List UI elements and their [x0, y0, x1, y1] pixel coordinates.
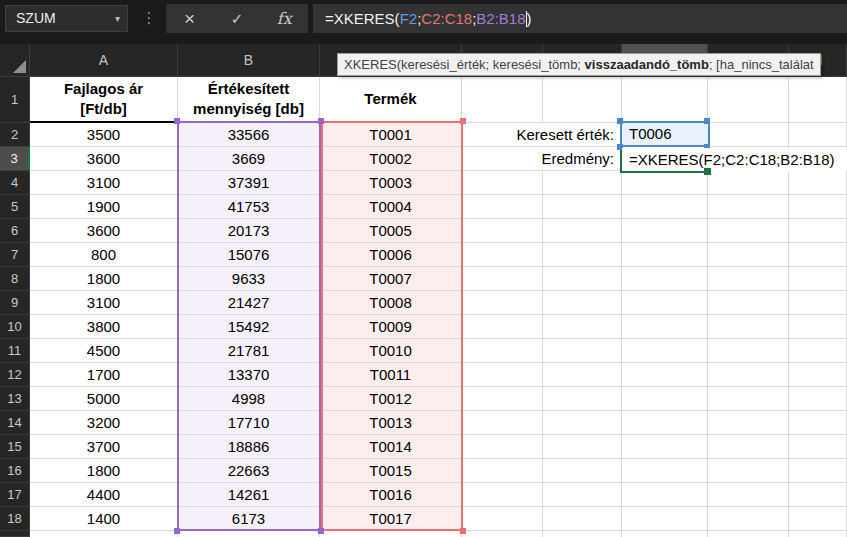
cell-G18[interactable] — [708, 507, 789, 531]
cell-E6[interactable] — [543, 219, 622, 243]
cell-B12[interactable]: 13370 — [178, 363, 320, 387]
cell-G17[interactable] — [708, 483, 789, 507]
row-header-8[interactable]: 8 — [0, 267, 30, 291]
cell-D1[interactable] — [462, 77, 543, 123]
row-header-3[interactable]: 3 — [0, 147, 30, 171]
row-header-12[interactable]: 12 — [0, 363, 30, 387]
cell-H14[interactable] — [789, 411, 847, 435]
cell-F11[interactable] — [622, 339, 708, 363]
cell-F9[interactable] — [622, 291, 708, 315]
cell-F8[interactable] — [622, 267, 708, 291]
cell-H2[interactable] — [789, 123, 847, 147]
row-header-13[interactable]: 13 — [0, 387, 30, 411]
cell-A16[interactable]: 1800 — [30, 459, 178, 483]
cell-C16[interactable]: T0015 — [320, 459, 462, 483]
cell-F1[interactable] — [622, 77, 708, 123]
cell-F12[interactable] — [622, 363, 708, 387]
cell-H17[interactable] — [789, 483, 847, 507]
cell-C10[interactable]: T0009 — [320, 315, 462, 339]
cell-G4[interactable] — [708, 171, 789, 195]
cell-F7[interactable] — [622, 243, 708, 267]
cell-B14[interactable]: 17710 — [178, 411, 320, 435]
cell-G8[interactable] — [708, 267, 789, 291]
cell-H12[interactable] — [789, 363, 847, 387]
column-header-A[interactable]: A — [30, 44, 178, 77]
cell-D19[interactable] — [462, 531, 543, 537]
cell-F5[interactable] — [622, 195, 708, 219]
cell-C18[interactable]: T0017 — [320, 507, 462, 531]
cell-E14[interactable] — [543, 411, 622, 435]
cell-G6[interactable] — [708, 219, 789, 243]
cell-H7[interactable] — [789, 243, 847, 267]
cell-H13[interactable] — [789, 387, 847, 411]
cell-F14[interactable] — [622, 411, 708, 435]
cell-G15[interactable] — [708, 435, 789, 459]
cell-G14[interactable] — [708, 411, 789, 435]
cell-A5[interactable]: 1900 — [30, 195, 178, 219]
cell-D12[interactable] — [462, 363, 543, 387]
cell-C19[interactable] — [320, 531, 462, 537]
cell-C4[interactable]: T0003 — [320, 171, 462, 195]
cell-G10[interactable] — [708, 315, 789, 339]
cell-A19[interactable] — [30, 531, 178, 537]
cell-A13[interactable]: 5000 — [30, 387, 178, 411]
cell-A7[interactable]: 800 — [30, 243, 178, 267]
cell-B4[interactable]: 37391 — [178, 171, 320, 195]
cell-G7[interactable] — [708, 243, 789, 267]
cell-E10[interactable] — [543, 315, 622, 339]
row-header-9[interactable]: 9 — [0, 291, 30, 315]
row-header-17[interactable]: 17 — [0, 483, 30, 507]
cell-A9[interactable]: 3100 — [30, 291, 178, 315]
cell-C14[interactable]: T0013 — [320, 411, 462, 435]
cell-E13[interactable] — [543, 387, 622, 411]
cell-G12[interactable] — [708, 363, 789, 387]
cell-B8[interactable]: 9633 — [178, 267, 320, 291]
cell-F3-formula-text[interactable]: =XKERES(F2;C2:C18;B2:B18) — [622, 148, 847, 171]
cell-F10[interactable] — [622, 315, 708, 339]
cell-A4[interactable]: 3100 — [30, 171, 178, 195]
cell-G1[interactable] — [708, 77, 789, 123]
range-B-handle[interactable] — [318, 118, 324, 124]
cell-B1[interactable]: Értékesítettmennyiség [db] — [178, 77, 320, 123]
cell-E11[interactable] — [543, 339, 622, 363]
chevron-down-icon[interactable]: ▾ — [115, 6, 120, 31]
cell-A6[interactable]: 3600 — [30, 219, 178, 243]
cell-H19[interactable] — [789, 531, 847, 537]
cell-H5[interactable] — [789, 195, 847, 219]
cell-D16[interactable] — [462, 459, 543, 483]
cell-F6[interactable] — [622, 219, 708, 243]
cell-C1[interactable]: Termék — [320, 77, 462, 123]
cell-H8[interactable] — [789, 267, 847, 291]
cell-F15[interactable] — [622, 435, 708, 459]
row-header-15[interactable]: 15 — [0, 435, 30, 459]
cell-G16[interactable] — [708, 459, 789, 483]
cell-A8[interactable]: 1800 — [30, 267, 178, 291]
cell-C2[interactable]: T0001 — [320, 123, 462, 147]
cell-G5[interactable] — [708, 195, 789, 219]
cell-H18[interactable] — [789, 507, 847, 531]
cell-C12[interactable]: T0011 — [320, 363, 462, 387]
cell-H9[interactable] — [789, 291, 847, 315]
cell-B5[interactable]: 41753 — [178, 195, 320, 219]
cell-B10[interactable]: 15492 — [178, 315, 320, 339]
cell-C15[interactable]: T0014 — [320, 435, 462, 459]
cell-F19[interactable] — [622, 531, 708, 537]
range-C-handle[interactable] — [460, 118, 466, 124]
cell-F2-searched-value[interactable]: T0006 — [620, 121, 710, 147]
cell-H10[interactable] — [789, 315, 847, 339]
cell-D13[interactable] — [462, 387, 543, 411]
cell-D4[interactable] — [462, 171, 543, 195]
cell-E1[interactable] — [543, 77, 622, 123]
cell-B15[interactable]: 18886 — [178, 435, 320, 459]
cell-F18[interactable] — [622, 507, 708, 531]
cell-E8[interactable] — [543, 267, 622, 291]
row-header-16[interactable]: 16 — [0, 459, 30, 483]
cell-F16[interactable] — [622, 459, 708, 483]
cell-B19[interactable] — [178, 531, 320, 537]
cell-B3[interactable]: 3669 — [178, 147, 320, 171]
cell-E9[interactable] — [543, 291, 622, 315]
cell-F2-handle[interactable] — [617, 118, 623, 124]
cell-D8[interactable] — [462, 267, 543, 291]
cell-C11[interactable]: T0010 — [320, 339, 462, 363]
cell-F17[interactable] — [622, 483, 708, 507]
